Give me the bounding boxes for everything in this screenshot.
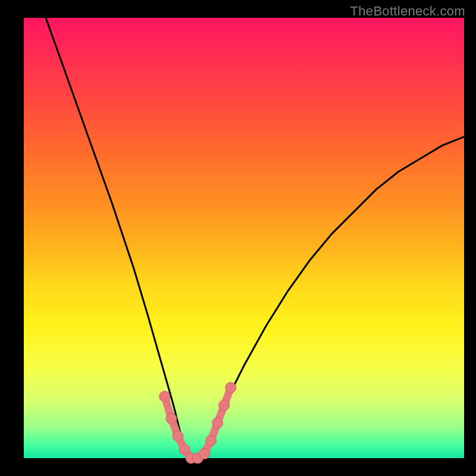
chart-frame: TheBottleneck.com xyxy=(0,0,476,476)
marker-dot xyxy=(173,431,183,441)
marker-dot xyxy=(166,413,177,424)
marker-dot xyxy=(199,449,209,459)
watermark-text: TheBottleneck.com xyxy=(350,4,465,19)
marker-dot xyxy=(226,383,236,393)
chart-overlay xyxy=(24,18,464,458)
bottleneck-curve xyxy=(46,18,464,458)
marker-dot xyxy=(206,435,217,446)
marker-dot xyxy=(179,444,190,455)
marker-dot xyxy=(212,418,223,428)
bottleneck-curve-path xyxy=(46,18,464,458)
marker-dot xyxy=(219,400,230,411)
marker-dot xyxy=(159,391,170,402)
